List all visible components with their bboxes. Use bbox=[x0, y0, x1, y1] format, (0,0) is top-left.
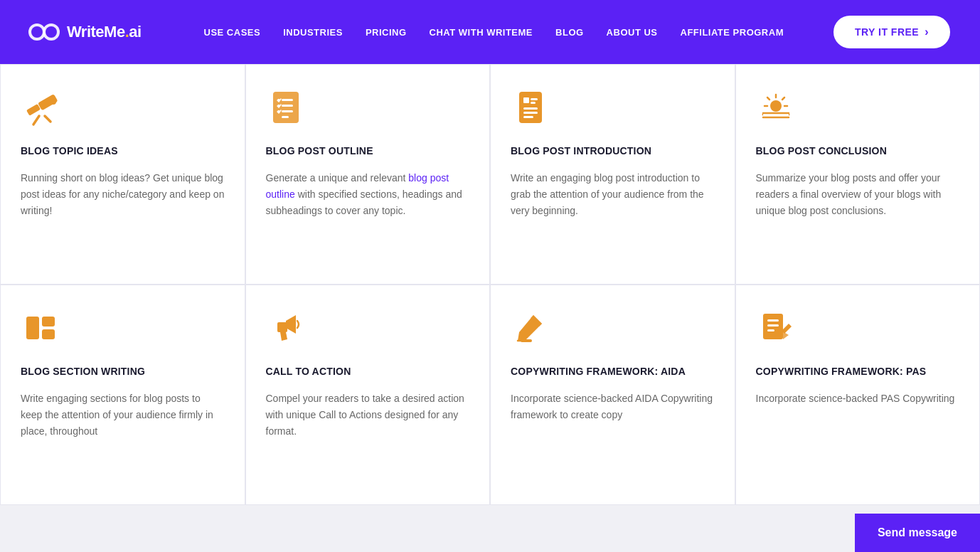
card-desc: Incorporate science-backed PAS Copywriti… bbox=[756, 391, 960, 407]
svg-rect-19 bbox=[523, 97, 529, 103]
document-icon bbox=[511, 87, 550, 127]
try-it-free-button[interactable]: TRY IT FREE › bbox=[832, 14, 952, 50]
svg-line-29 bbox=[767, 97, 769, 100]
content-area: BLOG TOPIC IDEAS Running short on blog i… bbox=[0, 64, 980, 505]
cards-grid: BLOG TOPIC IDEAS Running short on blog i… bbox=[0, 64, 980, 505]
card-desc: Summarize your blog posts and offer your… bbox=[756, 170, 960, 219]
svg-rect-10 bbox=[273, 92, 299, 123]
card-blog-post-outline[interactable]: BLOG POST OUTLINE Generate a unique and … bbox=[245, 64, 491, 285]
cta-label: TRY IT FREE bbox=[855, 26, 919, 38]
svg-line-7 bbox=[45, 116, 50, 122]
pen-icon bbox=[511, 308, 550, 348]
doc-edit-icon bbox=[756, 308, 796, 348]
svg-rect-17 bbox=[282, 116, 289, 118]
svg-rect-13 bbox=[282, 105, 293, 107]
card-title: BLOG POST OUTLINE bbox=[266, 144, 470, 159]
card-title: BLOG SECTION WRITING bbox=[21, 365, 225, 379]
nav-industries[interactable]: INDUSTRIES bbox=[283, 27, 343, 38]
telescope-icon bbox=[21, 87, 60, 127]
svg-point-2 bbox=[31, 26, 43, 38]
checklist-icon bbox=[266, 87, 306, 127]
svg-rect-38 bbox=[42, 329, 55, 339]
nav-blog[interactable]: BLOG bbox=[555, 27, 584, 38]
svg-rect-5 bbox=[26, 104, 41, 116]
card-title: BLOG TOPIC IDEAS bbox=[21, 144, 225, 159]
nav-affiliate[interactable]: AFFILIATE PROGRAM bbox=[681, 27, 784, 38]
nav-use-cases[interactable]: USE CASES bbox=[204, 27, 261, 38]
card-blog-post-conclusion[interactable]: BLOG POST CONCLUSION Summarize your blog… bbox=[735, 64, 981, 285]
svg-rect-22 bbox=[523, 107, 538, 110]
card-call-to-action[interactable]: CALL TO ACTION Compel your readers to ta… bbox=[245, 285, 491, 505]
svg-rect-39 bbox=[277, 322, 287, 332]
svg-rect-15 bbox=[282, 110, 293, 112]
svg-line-6 bbox=[33, 116, 39, 124]
card-title: BLOG POST INTRODUCTION bbox=[511, 144, 715, 159]
svg-rect-36 bbox=[26, 317, 39, 339]
card-title: COPYWRITING FRAMEWORK: PAS bbox=[756, 365, 960, 379]
blog-post-outline-link[interactable]: blog post outline bbox=[266, 172, 449, 200]
svg-point-25 bbox=[770, 100, 782, 112]
svg-rect-37 bbox=[42, 317, 55, 327]
card-blog-post-intro[interactable]: BLOG POST INTRODUCTION Write an engaging… bbox=[490, 64, 735, 285]
card-desc: Compel your readers to take a desired ac… bbox=[266, 391, 470, 440]
card-title: BLOG POST CONCLUSION bbox=[756, 144, 960, 159]
card-copywriting-pas[interactable]: COPYWRITING FRAMEWORK: PAS Incorporate s… bbox=[735, 285, 981, 505]
card-title: COPYWRITING FRAMEWORK: AIDA bbox=[511, 365, 715, 379]
svg-rect-45 bbox=[767, 329, 774, 331]
svg-point-8 bbox=[50, 99, 56, 105]
nav-pricing[interactable]: PRICING bbox=[366, 27, 407, 38]
card-desc: Running short on blog ideas? Get unique … bbox=[21, 170, 225, 219]
card-title: CALL TO ACTION bbox=[266, 365, 470, 379]
card-blog-section-writing[interactable]: BLOG SECTION WRITING Write engaging sect… bbox=[0, 285, 245, 505]
svg-rect-21 bbox=[531, 102, 536, 104]
card-copywriting-aida[interactable]: COPYWRITING FRAMEWORK: AIDA Incorporate … bbox=[490, 285, 735, 505]
layout-icon bbox=[21, 308, 60, 348]
megaphone-icon bbox=[266, 308, 306, 348]
svg-rect-43 bbox=[767, 319, 779, 322]
svg-rect-44 bbox=[767, 324, 779, 327]
navbar: WriteMe.ai USE CASES INDUSTRIES PRICING … bbox=[0, 0, 980, 64]
svg-line-27 bbox=[782, 97, 784, 100]
cta-arrow: › bbox=[925, 26, 929, 38]
nav-about[interactable]: ABOUT US bbox=[607, 27, 658, 38]
logo-icon bbox=[28, 21, 60, 43]
card-desc: Incorporate science-backed AIDA Copywrit… bbox=[511, 391, 715, 423]
nav-chat[interactable]: CHAT WITH WRITEME bbox=[430, 27, 533, 38]
logo-text: WriteMe.ai bbox=[67, 23, 142, 41]
card-desc: Write engaging sections for blog posts t… bbox=[21, 391, 225, 440]
svg-point-3 bbox=[46, 26, 57, 38]
svg-rect-11 bbox=[282, 99, 293, 101]
svg-rect-24 bbox=[523, 116, 533, 118]
svg-rect-41 bbox=[521, 339, 532, 342]
sunrise-icon bbox=[756, 87, 796, 127]
card-desc: Generate a unique and relevant blog post… bbox=[266, 170, 470, 219]
card-desc: Write an engaging blog post introduction… bbox=[511, 170, 715, 219]
svg-rect-20 bbox=[531, 98, 538, 100]
card-blog-topic-ideas[interactable]: BLOG TOPIC IDEAS Running short on blog i… bbox=[0, 64, 245, 285]
logo[interactable]: WriteMe.ai bbox=[28, 21, 142, 43]
main-nav: USE CASES INDUSTRIES PRICING CHAT WITH W… bbox=[184, 27, 804, 38]
svg-rect-23 bbox=[523, 112, 538, 114]
